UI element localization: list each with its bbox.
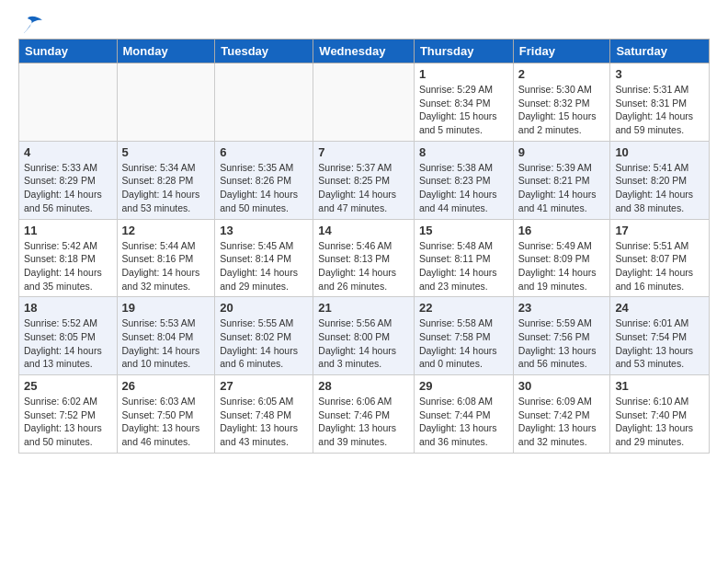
day-number: 31 bbox=[615, 379, 704, 393]
day-cell: 15Sunrise: 5:48 AM Sunset: 8:11 PM Dayli… bbox=[414, 219, 513, 297]
day-number: 21 bbox=[318, 301, 409, 315]
day-number: 13 bbox=[220, 224, 308, 237]
day-cell: 31Sunrise: 6:10 AM Sunset: 7:40 PM Dayli… bbox=[610, 375, 710, 454]
day-number: 11 bbox=[24, 224, 112, 237]
day-cell: 14Sunrise: 5:46 AM Sunset: 8:13 PM Dayli… bbox=[313, 219, 415, 297]
weekday-header-row: SundayMondayTuesdayWednesdayThursdayFrid… bbox=[19, 40, 710, 63]
day-number: 7 bbox=[318, 145, 409, 159]
day-cell: 3Sunrise: 5:31 AM Sunset: 8:31 PM Daylig… bbox=[610, 63, 710, 142]
day-info: Sunrise: 5:44 AM Sunset: 8:16 PM Dayligh… bbox=[122, 239, 210, 293]
day-cell: 8Sunrise: 5:38 AM Sunset: 8:23 PM Daylig… bbox=[414, 141, 513, 219]
day-number: 24 bbox=[615, 301, 704, 315]
day-cell: 5Sunrise: 5:34 AM Sunset: 8:28 PM Daylig… bbox=[117, 141, 215, 219]
day-cell bbox=[313, 63, 415, 142]
day-info: Sunrise: 5:55 AM Sunset: 8:02 PM Dayligh… bbox=[220, 316, 308, 371]
week-row-5: 25Sunrise: 6:02 AM Sunset: 7:52 PM Dayli… bbox=[19, 375, 710, 454]
day-number: 5 bbox=[122, 145, 210, 159]
day-number: 25 bbox=[24, 379, 112, 393]
day-info: Sunrise: 5:39 AM Sunset: 8:21 PM Dayligh… bbox=[518, 161, 606, 215]
day-info: Sunrise: 5:59 AM Sunset: 7:56 PM Dayligh… bbox=[518, 316, 606, 371]
day-info: Sunrise: 5:46 AM Sunset: 8:13 PM Dayligh… bbox=[318, 239, 409, 293]
weekday-tuesday: Tuesday bbox=[215, 40, 313, 63]
day-cell bbox=[215, 63, 313, 142]
week-row-4: 18Sunrise: 5:52 AM Sunset: 8:05 PM Dayli… bbox=[19, 297, 710, 375]
day-number: 6 bbox=[220, 145, 308, 159]
day-info: Sunrise: 6:10 AM Sunset: 7:40 PM Dayligh… bbox=[615, 395, 704, 449]
day-info: Sunrise: 5:34 AM Sunset: 8:28 PM Dayligh… bbox=[122, 161, 210, 215]
day-cell: 6Sunrise: 5:35 AM Sunset: 8:26 PM Daylig… bbox=[215, 141, 313, 219]
day-number: 29 bbox=[419, 379, 508, 393]
day-number: 27 bbox=[220, 379, 308, 393]
day-cell: 10Sunrise: 5:41 AM Sunset: 8:20 PM Dayli… bbox=[610, 141, 710, 219]
day-info: Sunrise: 5:58 AM Sunset: 7:58 PM Dayligh… bbox=[419, 316, 508, 371]
day-number: 10 bbox=[615, 145, 704, 159]
day-info: Sunrise: 5:41 AM Sunset: 8:20 PM Dayligh… bbox=[615, 161, 704, 215]
day-info: Sunrise: 6:05 AM Sunset: 7:48 PM Dayligh… bbox=[220, 395, 308, 449]
day-number: 20 bbox=[220, 301, 308, 315]
weekday-monday: Monday bbox=[117, 40, 215, 63]
day-number: 1 bbox=[419, 67, 508, 81]
day-number: 22 bbox=[419, 301, 508, 315]
day-cell: 2Sunrise: 5:30 AM Sunset: 8:32 PM Daylig… bbox=[513, 63, 610, 142]
day-cell: 11Sunrise: 5:42 AM Sunset: 8:18 PM Dayli… bbox=[19, 219, 118, 297]
day-info: Sunrise: 6:02 AM Sunset: 7:52 PM Dayligh… bbox=[24, 395, 112, 449]
day-info: Sunrise: 5:45 AM Sunset: 8:14 PM Dayligh… bbox=[220, 239, 308, 293]
logo bbox=[18, 15, 44, 31]
day-info: Sunrise: 6:09 AM Sunset: 7:42 PM Dayligh… bbox=[518, 395, 606, 449]
day-cell: 18Sunrise: 5:52 AM Sunset: 8:05 PM Dayli… bbox=[19, 297, 118, 375]
day-cell: 22Sunrise: 5:58 AM Sunset: 7:58 PM Dayli… bbox=[414, 297, 513, 375]
day-cell: 21Sunrise: 5:56 AM Sunset: 8:00 PM Dayli… bbox=[313, 297, 415, 375]
day-number: 14 bbox=[318, 224, 409, 237]
day-info: Sunrise: 5:30 AM Sunset: 8:32 PM Dayligh… bbox=[518, 83, 606, 137]
day-number: 26 bbox=[122, 379, 210, 393]
page: SundayMondayTuesdayWednesdayThursdayFrid… bbox=[0, 0, 728, 468]
day-info: Sunrise: 5:49 AM Sunset: 8:09 PM Dayligh… bbox=[518, 239, 606, 293]
day-cell: 27Sunrise: 6:05 AM Sunset: 7:48 PM Dayli… bbox=[215, 375, 313, 454]
day-number: 30 bbox=[518, 379, 606, 393]
day-info: Sunrise: 6:06 AM Sunset: 7:46 PM Dayligh… bbox=[318, 395, 409, 449]
day-info: Sunrise: 6:08 AM Sunset: 7:44 PM Dayligh… bbox=[419, 395, 508, 449]
weekday-wednesday: Wednesday bbox=[313, 40, 415, 63]
calendar: SundayMondayTuesdayWednesdayThursdayFrid… bbox=[18, 39, 710, 454]
day-cell: 24Sunrise: 6:01 AM Sunset: 7:54 PM Dayli… bbox=[610, 297, 710, 375]
day-number: 3 bbox=[615, 67, 704, 81]
header bbox=[18, 15, 710, 31]
day-cell: 28Sunrise: 6:06 AM Sunset: 7:46 PM Dayli… bbox=[313, 375, 415, 454]
day-cell: 23Sunrise: 5:59 AM Sunset: 7:56 PM Dayli… bbox=[513, 297, 610, 375]
logo-bird-icon bbox=[20, 15, 44, 35]
day-number: 12 bbox=[122, 224, 210, 237]
day-cell: 12Sunrise: 5:44 AM Sunset: 8:16 PM Dayli… bbox=[117, 219, 215, 297]
day-cell: 30Sunrise: 6:09 AM Sunset: 7:42 PM Dayli… bbox=[513, 375, 610, 454]
day-cell: 29Sunrise: 6:08 AM Sunset: 7:44 PM Dayli… bbox=[414, 375, 513, 454]
day-cell: 16Sunrise: 5:49 AM Sunset: 8:09 PM Dayli… bbox=[513, 219, 610, 297]
day-cell: 26Sunrise: 6:03 AM Sunset: 7:50 PM Dayli… bbox=[117, 375, 215, 454]
day-cell bbox=[19, 63, 118, 142]
day-cell: 13Sunrise: 5:45 AM Sunset: 8:14 PM Dayli… bbox=[215, 219, 313, 297]
day-info: Sunrise: 5:52 AM Sunset: 8:05 PM Dayligh… bbox=[24, 316, 112, 371]
day-number: 15 bbox=[419, 224, 508, 237]
weekday-thursday: Thursday bbox=[414, 40, 513, 63]
day-info: Sunrise: 5:42 AM Sunset: 8:18 PM Dayligh… bbox=[24, 239, 112, 293]
day-number: 19 bbox=[122, 301, 210, 315]
day-info: Sunrise: 5:56 AM Sunset: 8:00 PM Dayligh… bbox=[318, 316, 409, 371]
day-cell: 7Sunrise: 5:37 AM Sunset: 8:25 PM Daylig… bbox=[313, 141, 415, 219]
weekday-saturday: Saturday bbox=[610, 40, 710, 63]
day-info: Sunrise: 6:03 AM Sunset: 7:50 PM Dayligh… bbox=[122, 395, 210, 449]
day-info: Sunrise: 6:01 AM Sunset: 7:54 PM Dayligh… bbox=[615, 316, 704, 371]
week-row-1: 1Sunrise: 5:29 AM Sunset: 8:34 PM Daylig… bbox=[19, 63, 710, 142]
day-cell: 19Sunrise: 5:53 AM Sunset: 8:04 PM Dayli… bbox=[117, 297, 215, 375]
day-number: 2 bbox=[518, 67, 606, 81]
day-cell: 17Sunrise: 5:51 AM Sunset: 8:07 PM Dayli… bbox=[610, 219, 710, 297]
day-info: Sunrise: 5:31 AM Sunset: 8:31 PM Dayligh… bbox=[615, 83, 704, 137]
week-row-3: 11Sunrise: 5:42 AM Sunset: 8:18 PM Dayli… bbox=[19, 219, 710, 297]
week-row-2: 4Sunrise: 5:33 AM Sunset: 8:29 PM Daylig… bbox=[19, 141, 710, 219]
day-number: 9 bbox=[518, 145, 606, 159]
day-info: Sunrise: 5:53 AM Sunset: 8:04 PM Dayligh… bbox=[122, 316, 210, 371]
day-cell: 9Sunrise: 5:39 AM Sunset: 8:21 PM Daylig… bbox=[513, 141, 610, 219]
day-number: 18 bbox=[24, 301, 112, 315]
day-cell bbox=[117, 63, 215, 142]
day-info: Sunrise: 5:37 AM Sunset: 8:25 PM Dayligh… bbox=[318, 161, 409, 215]
day-info: Sunrise: 5:35 AM Sunset: 8:26 PM Dayligh… bbox=[220, 161, 308, 215]
day-cell: 20Sunrise: 5:55 AM Sunset: 8:02 PM Dayli… bbox=[215, 297, 313, 375]
day-info: Sunrise: 5:33 AM Sunset: 8:29 PM Dayligh… bbox=[24, 161, 112, 215]
